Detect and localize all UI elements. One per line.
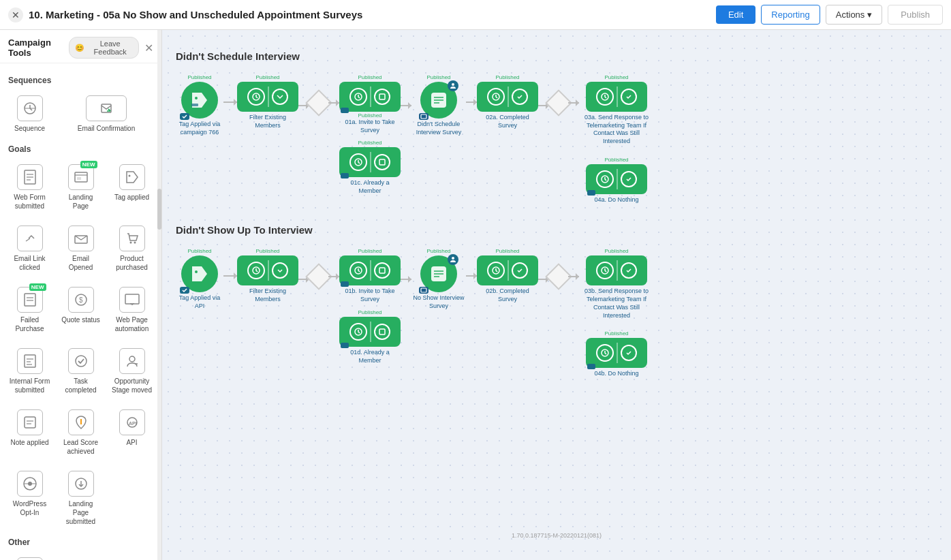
svg-point-27	[76, 356, 87, 367]
email-link-label: Email Link clicked	[9, 254, 50, 272]
svg-rect-60	[379, 268, 385, 273]
node-01c-already-member[interactable]: Published 01c. A	[339, 140, 401, 195]
tag-applied-icon	[119, 164, 145, 190]
svg-rect-42	[191, 104, 198, 106]
svg-rect-53	[421, 114, 426, 119]
node-no-show-survey[interactable]: Published No Show Interview Survey	[411, 248, 466, 310]
internal-form-icon	[17, 348, 43, 374]
sidebar-item-task-completed[interactable]: Task completed	[57, 342, 105, 401]
task-completed-label: Task completed	[60, 377, 102, 394]
node-04a-do-nothing[interactable]: Published 04a. D	[579, 157, 654, 204]
sidebar-item-web-form[interactable]: Web Form submitted	[5, 158, 54, 217]
sidebar-item-tag-applied[interactable]: Tag applied	[108, 158, 156, 217]
svg-rect-10	[77, 177, 81, 180]
node-03a-send-response[interactable]: Published 03a. Send Response to T	[579, 74, 654, 146]
other-section-label: Other	[8, 538, 153, 547]
sequences-section-label: Sequences	[8, 76, 153, 85]
goals-grid: Web Form submitted NEW Landing Page Tag …	[5, 158, 156, 532]
svg-text:API: API	[129, 421, 137, 426]
sidebar-item-pencil[interactable]	[5, 551, 54, 560]
sidebar-item-internal-form[interactable]: Internal Form submitted	[5, 342, 54, 401]
email-opened-icon	[68, 225, 94, 251]
sidebar-item-opportunity-stage[interactable]: Opportunity Stage moved	[108, 342, 156, 401]
node-02a-completed-survey[interactable]: Published 02a. Completed Survey	[477, 74, 538, 129]
sidebar-title: Campaign Tools	[8, 37, 69, 58]
node-didnt-schedule-survey[interactable]: Published Didn't Schedule Interview Surv…	[411, 74, 466, 136]
sidebar-item-lead-score[interactable]: Lead Score achieved	[57, 403, 105, 462]
reporting-button[interactable]: Reporting	[761, 5, 820, 25]
canvas-inner: Didn't Schedule Interview Published Tag …	[162, 30, 951, 541]
section1-label: Didn't Schedule Interview	[176, 50, 937, 62]
svg-point-67	[452, 257, 454, 260]
publish-button[interactable]: Publish	[888, 5, 943, 25]
sidebar-item-web-page-automation[interactable]: Web Page automation	[108, 281, 156, 339]
sidebar-item-note-applied[interactable]: Note applied	[5, 403, 54, 462]
sidebar-header-right: 😊 Leave Feedback ✕	[69, 37, 153, 59]
sidebar-item-email-confirmation[interactable]: Email Confirmation	[57, 89, 156, 139]
feedback-button[interactable]: 😊 Leave Feedback	[69, 37, 139, 59]
landing-page-submitted-icon	[68, 471, 94, 497]
svg-rect-62	[379, 329, 385, 335]
section-didnt-schedule: Didn't Schedule Interview Published Tag …	[176, 50, 937, 204]
node-01d-already-member[interactable]: Published 01d. A	[339, 309, 401, 364]
sidebar-item-landing-page-submitted[interactable]: Landing Page submitted	[57, 465, 105, 532]
other-grid	[5, 551, 156, 560]
internal-form-label: Internal Form submitted	[9, 377, 50, 394]
sidebar-item-landing-page[interactable]: NEW Landing Page	[57, 158, 105, 217]
wordpress-label: WordPress Opt-In	[9, 499, 50, 517]
web-form-label: Web Form submitted	[9, 193, 50, 211]
quote-status-icon: $	[68, 287, 94, 313]
product-purchased-icon	[119, 225, 145, 251]
svg-text:$: $	[79, 296, 83, 304]
version-bar: 1.70.0.187715-M-20220121(081)	[162, 530, 951, 541]
svg-point-57	[195, 270, 198, 273]
email-confirmation-label: Email Confirmation	[78, 124, 135, 133]
sidebar-item-api[interactable]: API API	[108, 403, 156, 462]
feedback-label: Leave Feedback	[87, 40, 133, 56]
email-confirmation-icon	[86, 95, 127, 121]
section-didnt-show: Didn't Show Up To Interview Published Ta…	[176, 224, 937, 377]
landing-page-submitted-label: Landing Page submitted	[60, 499, 102, 526]
node-tag-applied-api[interactable]: Published Tag Applied via API	[176, 248, 223, 310]
node-04b-do-nothing[interactable]: Published 04b. D	[579, 330, 654, 378]
node-tag-applied-campaign[interactable]: Published Tag Applied via campaign 766	[176, 74, 223, 136]
quote-status-label: Quote status	[61, 315, 100, 324]
svg-point-28	[129, 356, 135, 362]
edit-button[interactable]: Edit	[716, 5, 755, 24]
sidebar-item-quote-status[interactable]: $ Quote status	[57, 281, 105, 339]
actions-button[interactable]: Actions ▾	[826, 5, 883, 25]
node-03b-send-response[interactable]: Published 03b. Send Response to T	[579, 248, 654, 320]
svg-rect-47	[379, 159, 385, 165]
task-completed-icon	[68, 348, 94, 374]
sidebar-item-sequence[interactable]: Sequence	[5, 89, 54, 139]
sidebar-item-email-link[interactable]: Email Link clicked	[5, 219, 54, 278]
sidebar-item-product-purchased[interactable]: Product purchased	[108, 219, 156, 278]
svg-point-14	[134, 242, 136, 244]
node-filter-existing-1[interactable]: Published Filter Existing Members	[237, 74, 298, 129]
sidebar-scroll-thumb	[157, 189, 161, 230]
web-page-automation-label: Web Page automation	[111, 315, 153, 333]
sidebar-close-button[interactable]: ✕	[144, 42, 153, 55]
svg-rect-45	[379, 94, 385, 99]
landing-page-icon: NEW	[68, 164, 94, 190]
actions-label: Actions	[836, 10, 865, 20]
sidebar-item-wordpress[interactable]: WordPress Opt-In	[5, 465, 54, 532]
sequence-icon	[17, 95, 43, 121]
canvas[interactable]: Didn't Schedule Interview Published Tag …	[162, 30, 951, 560]
node-01a-invite[interactable]: Published Publis	[339, 74, 401, 134]
sidebar-item-failed-purchase[interactable]: NEW Failed Purchase	[5, 281, 54, 339]
note-applied-icon	[17, 409, 43, 435]
sidebar-item-email-opened[interactable]: Email Opened	[57, 219, 105, 278]
opportunity-stage-label: Opportunity Stage moved	[111, 377, 153, 394]
node-01b-invite[interactable]: Published 01b. I	[339, 248, 401, 303]
svg-rect-68	[421, 288, 426, 292]
lead-score-label: Lead Score achieved	[60, 438, 102, 456]
svg-point-52	[452, 83, 454, 86]
note-applied-label: Note applied	[10, 438, 48, 447]
node-02b-completed-survey[interactable]: Published 02b. Completed Survey	[477, 248, 538, 303]
product-purchased-label: Product purchased	[111, 254, 153, 272]
node-filter-existing-2[interactable]: Published Filter Existing Members	[237, 248, 298, 303]
failed-purchase-icon: NEW	[17, 287, 43, 313]
close-button[interactable]: ✕	[8, 7, 23, 22]
pencil-icon	[17, 557, 43, 560]
